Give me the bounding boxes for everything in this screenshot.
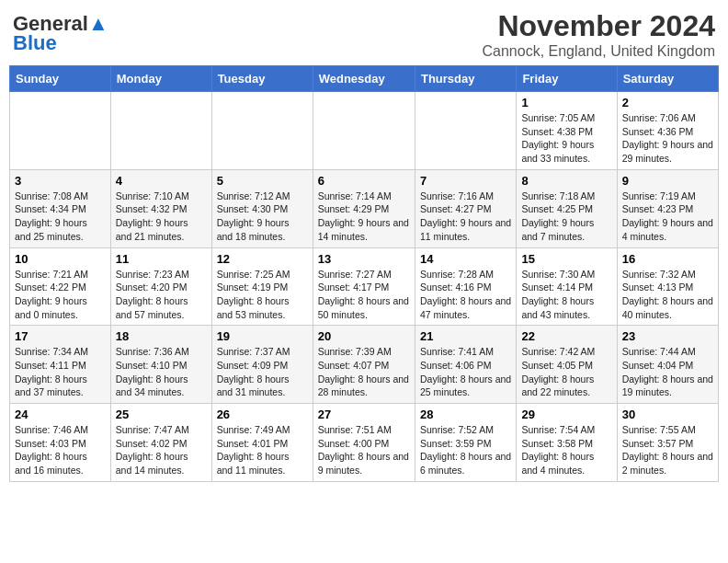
day-info: Sunrise: 7:16 AM Sunset: 4:27 PM Dayligh…: [420, 190, 511, 244]
day-number: 2: [622, 96, 713, 109]
calendar-cell: 12Sunrise: 7:25 AM Sunset: 4:19 PM Dayli…: [211, 247, 313, 326]
title-block: November 2024 Cannock, England, United K…: [483, 9, 716, 60]
calendar-cell: 20Sunrise: 7:39 AM Sunset: 4:07 PM Dayli…: [313, 326, 415, 404]
day-number: 8: [521, 174, 611, 188]
calendar-week-row: 17Sunrise: 7:34 AM Sunset: 4:11 PM Dayli…: [10, 326, 719, 404]
day-info: Sunrise: 7:44 AM Sunset: 4:04 PM Dayligh…: [622, 345, 713, 399]
day-number: 27: [318, 408, 410, 421]
calendar-cell: 4Sunrise: 7:10 AM Sunset: 4:32 PM Daylig…: [110, 169, 211, 247]
calendar-cell: 26Sunrise: 7:49 AM Sunset: 4:01 PM Dayli…: [211, 404, 313, 482]
calendar-cell: 25Sunrise: 7:47 AM Sunset: 4:02 PM Dayli…: [110, 404, 211, 482]
calendar-cell: [110, 92, 211, 170]
calendar-cell: 2Sunrise: 7:06 AM Sunset: 4:36 PM Daylig…: [617, 92, 718, 170]
calendar-cell: 28Sunrise: 7:52 AM Sunset: 3:59 PM Dayli…: [415, 404, 516, 482]
day-info: Sunrise: 7:42 AM Sunset: 4:05 PM Dayligh…: [521, 345, 611, 399]
weekday-header-wednesday: Wednesday: [313, 66, 415, 92]
day-info: Sunrise: 7:28 AM Sunset: 4:16 PM Dayligh…: [420, 268, 511, 322]
day-info: Sunrise: 7:47 AM Sunset: 4:02 PM Dayligh…: [116, 423, 207, 477]
calendar-cell: 30Sunrise: 7:55 AM Sunset: 3:57 PM Dayli…: [617, 404, 718, 482]
day-number: 12: [217, 252, 308, 266]
calendar-header-row: SundayMondayTuesdayWednesdayThursdayFrid…: [10, 66, 719, 92]
calendar-cell: 5Sunrise: 7:12 AM Sunset: 4:30 PM Daylig…: [211, 169, 313, 247]
weekday-header-tuesday: Tuesday: [211, 66, 313, 92]
calendar-cell: [313, 92, 415, 170]
day-info: Sunrise: 7:23 AM Sunset: 4:20 PM Dayligh…: [116, 268, 207, 322]
calendar-cell: 23Sunrise: 7:44 AM Sunset: 4:04 PM Dayli…: [617, 326, 718, 404]
day-info: Sunrise: 7:21 AM Sunset: 4:22 PM Dayligh…: [15, 268, 106, 322]
day-info: Sunrise: 7:39 AM Sunset: 4:07 PM Dayligh…: [318, 345, 410, 399]
logo: General▲ Blue: [13, 13, 108, 55]
weekday-header-monday: Monday: [110, 66, 211, 92]
calendar-cell: 16Sunrise: 7:32 AM Sunset: 4:13 PM Dayli…: [617, 247, 718, 326]
calendar-title: November 2024: [483, 9, 716, 43]
calendar-week-row: 10Sunrise: 7:21 AM Sunset: 4:22 PM Dayli…: [10, 247, 719, 326]
calendar-cell: [415, 92, 516, 170]
logo-subtext: Blue: [13, 31, 57, 55]
day-number: 1: [521, 96, 611, 109]
weekday-header-thursday: Thursday: [415, 66, 516, 92]
day-number: 21: [420, 329, 511, 343]
page-header: General▲ Blue November 2024 Cannock, Eng…: [9, 9, 719, 60]
calendar-cell: 19Sunrise: 7:37 AM Sunset: 4:09 PM Dayli…: [211, 326, 313, 404]
day-info: Sunrise: 7:18 AM Sunset: 4:25 PM Dayligh…: [521, 190, 611, 244]
day-number: 19: [217, 329, 308, 343]
day-info: Sunrise: 7:05 AM Sunset: 4:38 PM Dayligh…: [521, 111, 611, 166]
day-info: Sunrise: 7:08 AM Sunset: 4:34 PM Dayligh…: [15, 190, 106, 244]
calendar-cell: 9Sunrise: 7:19 AM Sunset: 4:23 PM Daylig…: [617, 169, 718, 247]
day-number: 5: [217, 174, 308, 188]
calendar-cell: 3Sunrise: 7:08 AM Sunset: 4:34 PM Daylig…: [10, 169, 111, 247]
day-number: 25: [116, 408, 207, 421]
day-number: 30: [622, 408, 713, 421]
day-number: 23: [622, 329, 713, 343]
day-number: 9: [622, 174, 713, 188]
day-number: 14: [420, 252, 511, 266]
calendar-cell: 10Sunrise: 7:21 AM Sunset: 4:22 PM Dayli…: [10, 247, 111, 326]
day-info: Sunrise: 7:36 AM Sunset: 4:10 PM Dayligh…: [116, 345, 207, 399]
day-info: Sunrise: 7:49 AM Sunset: 4:01 PM Dayligh…: [217, 423, 308, 477]
calendar-cell: 1Sunrise: 7:05 AM Sunset: 4:38 PM Daylig…: [517, 92, 617, 170]
calendar-subtitle: Cannock, England, United Kingdom: [483, 43, 716, 60]
day-info: Sunrise: 7:41 AM Sunset: 4:06 PM Dayligh…: [420, 345, 511, 399]
day-info: Sunrise: 7:51 AM Sunset: 4:00 PM Dayligh…: [318, 423, 410, 477]
calendar-cell: 27Sunrise: 7:51 AM Sunset: 4:00 PM Dayli…: [313, 404, 415, 482]
weekday-header-sunday: Sunday: [10, 66, 111, 92]
calendar-week-row: 24Sunrise: 7:46 AM Sunset: 4:03 PM Dayli…: [10, 404, 719, 482]
calendar-cell: 8Sunrise: 7:18 AM Sunset: 4:25 PM Daylig…: [517, 169, 617, 247]
day-info: Sunrise: 7:54 AM Sunset: 3:58 PM Dayligh…: [521, 423, 611, 477]
calendar-cell: [10, 92, 111, 170]
calendar-cell: 18Sunrise: 7:36 AM Sunset: 4:10 PM Dayli…: [110, 326, 211, 404]
day-info: Sunrise: 7:14 AM Sunset: 4:29 PM Dayligh…: [318, 190, 410, 244]
calendar-cell: 14Sunrise: 7:28 AM Sunset: 4:16 PM Dayli…: [415, 247, 516, 326]
day-number: 7: [420, 174, 511, 188]
day-number: 29: [521, 408, 611, 421]
calendar-cell: 6Sunrise: 7:14 AM Sunset: 4:29 PM Daylig…: [313, 169, 415, 247]
day-number: 26: [217, 408, 308, 421]
calendar-cell: 13Sunrise: 7:27 AM Sunset: 4:17 PM Dayli…: [313, 247, 415, 326]
day-number: 4: [116, 174, 207, 188]
calendar-cell: 15Sunrise: 7:30 AM Sunset: 4:14 PM Dayli…: [517, 247, 617, 326]
day-number: 28: [420, 408, 511, 421]
day-number: 10: [15, 252, 106, 266]
day-info: Sunrise: 7:32 AM Sunset: 4:13 PM Dayligh…: [622, 268, 713, 322]
day-number: 11: [116, 252, 207, 266]
day-number: 22: [521, 329, 611, 343]
calendar-cell: 29Sunrise: 7:54 AM Sunset: 3:58 PM Dayli…: [517, 404, 617, 482]
calendar-cell: 11Sunrise: 7:23 AM Sunset: 4:20 PM Dayli…: [110, 247, 211, 326]
day-info: Sunrise: 7:52 AM Sunset: 3:59 PM Dayligh…: [420, 423, 511, 477]
calendar-cell: 24Sunrise: 7:46 AM Sunset: 4:03 PM Dayli…: [10, 404, 111, 482]
day-info: Sunrise: 7:37 AM Sunset: 4:09 PM Dayligh…: [217, 345, 308, 399]
calendar-cell: 17Sunrise: 7:34 AM Sunset: 4:11 PM Dayli…: [10, 326, 111, 404]
calendar-week-row: 3Sunrise: 7:08 AM Sunset: 4:34 PM Daylig…: [10, 169, 719, 247]
calendar-cell: [211, 92, 313, 170]
day-info: Sunrise: 7:27 AM Sunset: 4:17 PM Dayligh…: [318, 268, 410, 322]
calendar-cell: 22Sunrise: 7:42 AM Sunset: 4:05 PM Dayli…: [517, 326, 617, 404]
day-info: Sunrise: 7:19 AM Sunset: 4:23 PM Dayligh…: [622, 190, 713, 244]
day-number: 3: [15, 174, 106, 188]
day-number: 17: [15, 329, 106, 343]
calendar-week-row: 1Sunrise: 7:05 AM Sunset: 4:38 PM Daylig…: [10, 92, 719, 170]
calendar-table: SundayMondayTuesdayWednesdayThursdayFrid…: [9, 65, 719, 482]
day-info: Sunrise: 7:30 AM Sunset: 4:14 PM Dayligh…: [521, 268, 611, 322]
calendar-cell: 7Sunrise: 7:16 AM Sunset: 4:27 PM Daylig…: [415, 169, 516, 247]
day-info: Sunrise: 7:12 AM Sunset: 4:30 PM Dayligh…: [217, 190, 308, 244]
day-number: 16: [622, 252, 713, 266]
